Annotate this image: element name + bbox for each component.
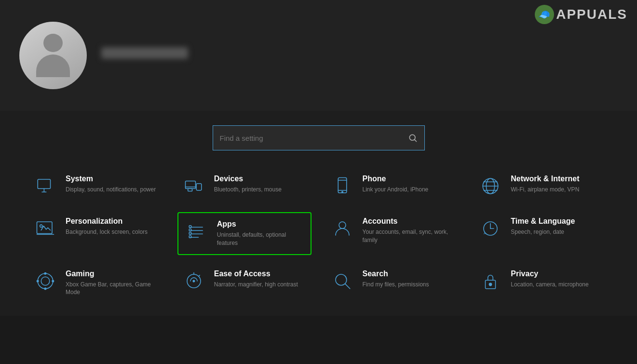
item-text-gaming: Gaming Xbox Game Bar, captures, Game Mod… <box>66 270 158 297</box>
svg-point-41 <box>193 280 195 282</box>
item-text-search: Search Find my files, permissions <box>363 270 429 289</box>
item-title-system: System <box>66 175 156 183</box>
settings-item-accounts[interactable]: Accounts Your accounts, email, sync, wor… <box>326 212 460 255</box>
item-title-accounts: Accounts <box>363 217 455 226</box>
svg-rect-2 <box>38 179 50 189</box>
settings-item-system[interactable]: System Display, sound, notifications, po… <box>29 170 163 202</box>
search-input[interactable] <box>220 134 403 142</box>
profile-name-blur <box>101 47 188 59</box>
item-desc-personalization: Background, lock screen, colors <box>66 228 148 236</box>
item-desc-apps: Uninstall, defaults, optional features <box>217 231 304 247</box>
item-title-search: Search <box>363 270 429 278</box>
item-text-privacy: Privacy Location, camera, microphone <box>511 270 588 289</box>
svg-rect-27 <box>189 232 191 234</box>
item-text-ease: Ease of Access Narrator, magnifier, high… <box>214 270 298 289</box>
settings-item-ease[interactable]: Ease of Access Narrator, magnifier, high… <box>177 265 312 302</box>
watermark-text: APPUALS <box>556 7 627 22</box>
item-title-apps: Apps <box>217 220 304 229</box>
item-title-time: Time & Language <box>511 217 575 226</box>
svg-rect-8 <box>188 189 192 191</box>
apps-icon <box>185 220 208 243</box>
svg-line-45 <box>345 284 350 289</box>
item-desc-phone: Link your Android, iPhone <box>363 186 429 194</box>
time-icon: A <box>479 217 502 240</box>
item-title-gaming: Gaming <box>66 270 158 278</box>
item-text-time: Time & Language Speech, region, date <box>511 217 575 236</box>
settings-grid: System Display, sound, notifications, po… <box>29 170 608 301</box>
item-text-apps: Apps Uninstall, defaults, optional featu… <box>217 220 304 247</box>
settings-item-search[interactable]: Search Find my files, permissions <box>326 265 460 302</box>
svg-point-20 <box>40 225 42 227</box>
header-section: 🧢 APPUALS <box>0 0 637 111</box>
avatar-head <box>43 34 63 52</box>
svg-point-38 <box>37 280 39 282</box>
main-content: System Display, sound, notifications, po… <box>0 111 637 316</box>
item-desc-system: Display, sound, notifications, power <box>66 186 156 194</box>
svg-point-47 <box>489 283 492 285</box>
item-title-personalization: Personalization <box>66 217 148 226</box>
svg-point-34 <box>38 273 53 289</box>
settings-item-phone[interactable]: Phone Link your Android, iPhone <box>326 170 460 202</box>
svg-rect-25 <box>189 226 191 228</box>
search-button[interactable] <box>408 133 418 143</box>
settings-item-time[interactable]: A Time & Language Speech, region, date <box>474 212 608 255</box>
item-desc-time: Speech, region, date <box>511 228 575 236</box>
item-text-personalization: Personalization Background, lock screen,… <box>66 217 148 236</box>
svg-point-39 <box>52 280 54 282</box>
personalization-icon <box>34 217 57 240</box>
search-icon <box>331 270 354 293</box>
gaming-icon <box>34 270 57 293</box>
item-title-phone: Phone <box>363 175 429 183</box>
system-icon <box>34 175 57 198</box>
settings-item-network[interactable]: Network & Internet Wi-Fi, airplane mode,… <box>474 170 608 202</box>
svg-text:A: A <box>484 231 486 235</box>
settings-item-devices[interactable]: Devices Bluetooth, printers, mouse <box>177 170 312 202</box>
search-box <box>213 125 425 150</box>
settings-item-personalization[interactable]: Personalization Background, lock screen,… <box>29 212 163 255</box>
item-text-phone: Phone Link your Android, iPhone <box>363 175 429 194</box>
svg-line-1 <box>414 140 416 142</box>
svg-line-43 <box>199 275 200 276</box>
svg-point-36 <box>44 272 46 274</box>
settings-item-gaming[interactable]: Gaming Xbox Game Bar, captures, Game Mod… <box>29 265 163 302</box>
phone-icon <box>331 175 354 198</box>
svg-rect-28 <box>189 236 191 238</box>
item-desc-gaming: Xbox Game Bar, captures, Game Mode <box>66 281 158 297</box>
settings-item-apps[interactable]: Apps Uninstall, defaults, optional featu… <box>177 212 312 255</box>
item-text-network: Network & Internet Wi-Fi, airplane mode,… <box>511 175 579 194</box>
svg-point-44 <box>336 274 347 285</box>
svg-point-12 <box>341 191 343 193</box>
svg-point-37 <box>44 288 46 290</box>
item-text-system: System Display, sound, notifications, po… <box>66 175 156 194</box>
item-text-devices: Devices Bluetooth, printers, mouse <box>214 175 282 194</box>
avatar-body <box>36 54 70 77</box>
settings-item-privacy[interactable]: Privacy Location, camera, microphone <box>474 265 608 302</box>
avatar <box>19 22 87 89</box>
item-desc-network: Wi-Fi, airplane mode, VPN <box>511 186 579 194</box>
accounts-icon <box>331 217 354 240</box>
ease-icon <box>182 270 205 293</box>
avatar-silhouette <box>31 34 75 77</box>
item-desc-accounts: Your accounts, email, sync, work, family <box>363 228 455 244</box>
svg-point-0 <box>409 135 415 140</box>
svg-point-35 <box>41 277 50 285</box>
item-title-ease: Ease of Access <box>214 270 298 278</box>
item-desc-ease: Narrator, magnifier, high contrast <box>214 281 298 289</box>
svg-rect-26 <box>189 229 191 231</box>
item-title-devices: Devices <box>214 175 282 183</box>
search-container <box>29 125 608 150</box>
item-desc-search: Find my files, permissions <box>363 281 429 289</box>
watermark: 🧢 APPUALS <box>535 5 627 24</box>
item-title-privacy: Privacy <box>511 270 588 278</box>
devices-icon <box>182 175 205 198</box>
item-title-network: Network & Internet <box>511 175 579 183</box>
item-text-accounts: Accounts Your accounts, email, sync, wor… <box>363 217 455 244</box>
privacy-icon <box>479 270 502 293</box>
svg-rect-5 <box>185 181 195 189</box>
network-icon <box>479 175 502 198</box>
svg-rect-6 <box>196 184 202 190</box>
search-icon <box>408 133 418 143</box>
item-desc-devices: Bluetooth, printers, mouse <box>214 186 282 194</box>
item-desc-privacy: Location, camera, microphone <box>511 281 588 289</box>
watermark-icon: 🧢 <box>535 5 554 24</box>
